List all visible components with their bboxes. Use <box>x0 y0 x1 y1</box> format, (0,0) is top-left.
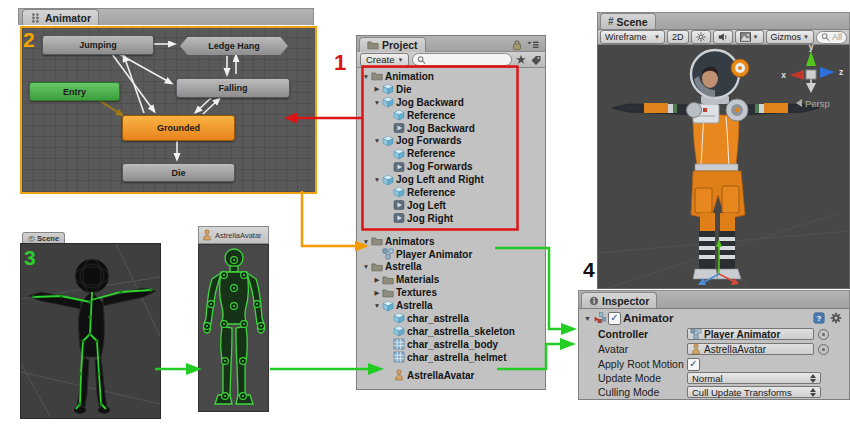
tree-item-char-astrella-skeleton[interactable]: char_astrella_skeleton <box>357 325 545 338</box>
tree-item-materials[interactable]: ▶Materials <box>357 273 545 286</box>
state-node-jumping[interactable]: Jumping <box>42 35 154 55</box>
project-window: Project Create ▼ ▼Animation▶Die▼Jog Back… <box>356 35 546 390</box>
component-header[interactable]: ▼ ✓ Animator ? <box>579 311 849 325</box>
tree-item-astrella[interactable]: ▼Astrella <box>357 299 545 312</box>
state-machine-graph[interactable]: JumpingLedge HangFallingEntryGroundedDie <box>20 26 317 194</box>
avatar-mapping-view[interactable] <box>198 244 269 412</box>
project-asset-tree: ▼Animation▶Die▼Jog BackwardReferenceJog … <box>357 68 545 389</box>
tree-item-animators[interactable]: ▼Animators <box>357 235 545 248</box>
tree-item-label: Player Animator <box>394 249 472 260</box>
tab-project[interactable]: Project <box>359 37 426 52</box>
2d-toggle-button[interactable]: 2D <box>667 30 689 44</box>
foldout-closed-icon[interactable]: ▶ <box>372 85 382 93</box>
help-icon[interactable]: ? <box>813 312 825 324</box>
gizmos-dropdown[interactable]: Gizmos ▼ <box>766 30 814 44</box>
object-picker-icon[interactable] <box>818 344 829 355</box>
tree-item-jog-backward[interactable]: Jog Backward <box>357 122 545 135</box>
foldout-open-icon[interactable]: ▼ <box>372 99 382 106</box>
foldout-open-icon[interactable]: ▼ <box>372 137 382 144</box>
inspector-row-apply-root-motion: Apply Root Motion✓ <box>579 357 849 371</box>
tree-item-reference[interactable]: Reference <box>357 147 545 160</box>
annotation-3: 3 <box>24 247 36 268</box>
tree-item-char-astrella-body[interactable]: char_astrella_body <box>357 338 545 351</box>
tree-item-player-animator[interactable]: Player Animator <box>357 248 545 261</box>
tree-item-jog-left[interactable]: Jog Left <box>357 199 545 212</box>
scene-orientation-gizmo <box>789 51 835 93</box>
tree-item-label: Animation <box>383 71 434 82</box>
tree-item-jog-backward[interactable]: ▼Jog Backward <box>357 96 545 109</box>
foldout-open-icon[interactable]: ▼ <box>372 302 382 309</box>
state-node-die[interactable]: Die <box>122 163 235 182</box>
lock-icon[interactable] <box>511 39 523 51</box>
tab-animator[interactable]: Animator <box>22 9 99 25</box>
culling-mode-dropdown[interactable]: Cull Update Transforms <box>687 386 821 398</box>
state-node-grounded[interactable]: Grounded <box>122 115 235 141</box>
tree-item-label: char_astrella_skeleton <box>405 326 515 337</box>
component-enabled-checkbox[interactable]: ✓ <box>608 312 621 325</box>
tree-item-jog-forwards[interactable]: Jog Forwards <box>357 160 545 173</box>
folder-icon <box>382 287 394 299</box>
scene-viewport[interactable]: x y z Persp <box>597 45 850 289</box>
controller-object-field[interactable]: Player Animator <box>687 328 814 340</box>
project-search-input[interactable] <box>412 53 512 66</box>
tree-item-astrella[interactable]: ▼Astrella <box>357 260 545 273</box>
foldout-open-icon[interactable]: ▼ <box>361 73 371 80</box>
inspector-row-controller: ControllerPlayer Animator <box>579 327 849 341</box>
dropdown-value: Cull Update Transforms <box>692 387 792 398</box>
state-node-entry[interactable]: Entry <box>29 82 120 101</box>
foldout-closed-icon[interactable]: ▶ <box>372 289 382 297</box>
state-node-falling[interactable]: Falling <box>176 78 290 98</box>
avatar-object-field[interactable]: AstrellaAvatar <box>687 343 814 355</box>
tree-item-jog-forwards[interactable]: ▼Jog Forwards <box>357 134 545 147</box>
tree-item-animation[interactable]: ▼Animation <box>357 70 545 83</box>
tree-item-jog-left-and-right[interactable]: ▼Jog Left and Right <box>357 173 545 186</box>
folder-icon <box>382 274 394 286</box>
apply-root-motion-checkbox[interactable]: ✓ <box>687 358 700 371</box>
tree-item-reference[interactable]: Reference <box>357 109 545 122</box>
model-icon <box>382 135 394 147</box>
search-by-label-icon[interactable] <box>530 54 542 66</box>
state-node-ledge-hang[interactable]: Ledge Hang <box>180 37 288 55</box>
tree-item-label: Reference <box>405 148 455 159</box>
lighting-toggle-button[interactable] <box>691 30 711 44</box>
project-toolbar: Create ▼ <box>357 52 545 68</box>
audio-toggle-button[interactable] <box>713 30 733 44</box>
tree-item-jog-right[interactable]: Jog Right <box>357 212 545 225</box>
avatar-preview-header[interactable]: AstrellaAvatar <box>198 226 269 244</box>
tree-item-label: Animators <box>383 236 434 247</box>
tab-animator-label: Animator <box>45 12 91 24</box>
wireframe-viewport[interactable] <box>20 243 161 419</box>
animator-window: Animator <box>18 8 314 192</box>
field-label: Culling Mode <box>598 386 659 398</box>
tree-item-astrellaavatar[interactable]: AstrellaAvatar <box>357 369 545 382</box>
field-label: Update Mode <box>598 372 661 384</box>
tab-scene[interactable]: # Scene <box>600 13 656 29</box>
effects-dropdown-button[interactable]: ▼ <box>735 30 764 44</box>
foldout-closed-icon[interactable]: ▶ <box>372 276 382 284</box>
panel-menu-icon[interactable] <box>527 39 539 51</box>
tree-item-label: Textures <box>394 287 437 298</box>
tree-item-char-astrella[interactable]: char_astrella <box>357 312 545 325</box>
axis-z-label: z <box>839 67 843 77</box>
tab-inspector[interactable]: Inspector <box>581 292 657 308</box>
search-by-type-icon[interactable] <box>515 54 527 66</box>
mesh-icon <box>393 338 405 350</box>
tree-item-reference[interactable]: Reference <box>357 186 545 199</box>
shading-mode-dropdown[interactable]: Wireframe ▼ <box>600 30 665 44</box>
tab-scene-label: Scene <box>617 16 648 28</box>
foldout-open-icon[interactable]: ▼ <box>361 263 371 270</box>
foldout-open-icon[interactable]: ▼ <box>361 238 371 245</box>
create-button[interactable]: Create ▼ <box>360 53 409 67</box>
tree-item-label: Jog Backward <box>394 97 464 108</box>
tree-item-die[interactable]: ▶Die <box>357 83 545 96</box>
scene-search-input[interactable]: All <box>816 31 847 44</box>
tree-item-char-astrella-helmet[interactable]: char_astrella_helmet <box>357 351 545 364</box>
tree-item-textures[interactable]: ▶Textures <box>357 286 545 299</box>
axis-y-label: y <box>809 45 814 52</box>
object-picker-icon[interactable] <box>818 329 829 340</box>
folder-icon <box>371 261 383 273</box>
foldout-open-icon[interactable]: ▼ <box>372 176 382 183</box>
update-mode-dropdown[interactable]: Normal <box>687 372 821 384</box>
foldout-open-icon[interactable]: ▼ <box>584 315 591 322</box>
gear-icon[interactable] <box>829 312 842 325</box>
